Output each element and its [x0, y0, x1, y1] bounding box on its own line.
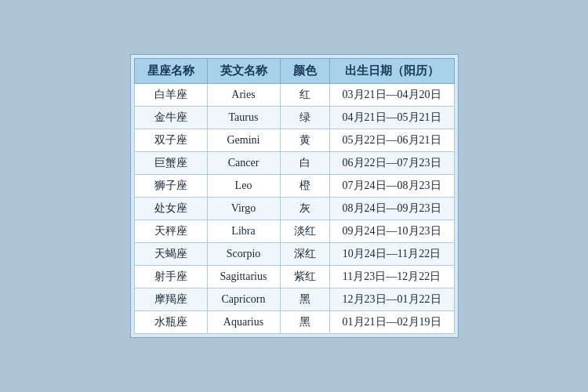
cell-chinese-name: 处女座 [134, 198, 207, 220]
table-body: 白羊座Aries红03月21日—04月20日金牛座Taurus绿04月21日—0… [134, 84, 454, 334]
cell-chinese-name: 金牛座 [134, 107, 207, 129]
table-row: 双子座Gemini黄05月22日—06月21日 [134, 129, 454, 152]
cell-english-name: Gemini [207, 129, 280, 152]
table-row: 巨蟹座Cancer白06月22日—07月23日 [134, 152, 454, 175]
cell-english-name: Cancer [207, 152, 280, 175]
cell-chinese-name: 巨蟹座 [134, 152, 207, 175]
cell-dates: 09月24日—10月23日 [329, 220, 454, 243]
cell-english-name: Virgo [207, 198, 280, 220]
cell-color: 黄 [280, 129, 329, 152]
table-row: 白羊座Aries红03月21日—04月20日 [134, 84, 454, 107]
cell-chinese-name: 天秤座 [134, 220, 207, 243]
cell-color: 深红 [280, 243, 329, 266]
cell-color: 灰 [280, 198, 329, 220]
cell-chinese-name: 摩羯座 [134, 289, 207, 311]
table-row: 射手座Sagittarius紫红11月23日—12月22日 [134, 266, 454, 289]
header-dates: 出生日期（阳历） [329, 59, 454, 84]
cell-chinese-name: 狮子座 [134, 175, 207, 198]
cell-color: 紫红 [280, 266, 329, 289]
cell-chinese-name: 白羊座 [134, 84, 207, 107]
cell-color: 黑 [280, 311, 329, 334]
cell-english-name: Scorpio [207, 243, 280, 266]
cell-english-name: Taurus [207, 107, 280, 129]
cell-english-name: Sagittarius [207, 266, 280, 289]
cell-color: 黑 [280, 289, 329, 311]
cell-chinese-name: 水瓶座 [134, 311, 207, 334]
table-row: 处女座Virgo灰08月24日—09月23日 [134, 198, 454, 220]
cell-chinese-name: 射手座 [134, 266, 207, 289]
cell-dates: 05月22日—06月21日 [329, 129, 454, 152]
cell-dates: 12月23日—01月22日 [329, 289, 454, 311]
cell-color: 绿 [280, 107, 329, 129]
cell-dates: 01月21日—02月19日 [329, 311, 454, 334]
table-wrapper: 星座名称 英文名称 颜色 出生日期（阳历） 白羊座Aries红03月21日—04… [130, 54, 459, 338]
cell-english-name: Leo [207, 175, 280, 198]
cell-chinese-name: 天蝎座 [134, 243, 207, 266]
table-header-row: 星座名称 英文名称 颜色 出生日期（阳历） [134, 59, 454, 84]
cell-chinese-name: 双子座 [134, 129, 207, 152]
cell-dates: 06月22日—07月23日 [329, 152, 454, 175]
cell-color: 红 [280, 84, 329, 107]
cell-dates: 11月23日—12月22日 [329, 266, 454, 289]
table-row: 金牛座Taurus绿04月21日—05月21日 [134, 107, 454, 129]
cell-english-name: Aries [207, 84, 280, 107]
cell-dates: 10月24日—11月22日 [329, 243, 454, 266]
cell-dates: 04月21日—05月21日 [329, 107, 454, 129]
cell-color: 橙 [280, 175, 329, 198]
table-row: 狮子座Leo橙07月24日—08月23日 [134, 175, 454, 198]
cell-dates: 07月24日—08月23日 [329, 175, 454, 198]
table-row: 天秤座Libra淡红09月24日—10月23日 [134, 220, 454, 243]
cell-english-name: Capricorn [207, 289, 280, 311]
table-row: 天蝎座Scorpio深红10月24日—11月22日 [134, 243, 454, 266]
table-row: 摩羯座Capricorn黑12月23日—01月22日 [134, 289, 454, 311]
header-english-name: 英文名称 [207, 59, 280, 84]
cell-dates: 08月24日—09月23日 [329, 198, 454, 220]
cell-dates: 03月21日—04月20日 [329, 84, 454, 107]
cell-english-name: Aquarius [207, 311, 280, 334]
cell-english-name: Libra [207, 220, 280, 243]
table-row: 水瓶座Aquarius黑01月21日—02月19日 [134, 311, 454, 334]
header-color: 颜色 [280, 59, 329, 84]
header-chinese-name: 星座名称 [134, 59, 207, 84]
zodiac-table: 星座名称 英文名称 颜色 出生日期（阳历） 白羊座Aries红03月21日—04… [134, 58, 455, 334]
cell-color: 白 [280, 152, 329, 175]
cell-color: 淡红 [280, 220, 329, 243]
